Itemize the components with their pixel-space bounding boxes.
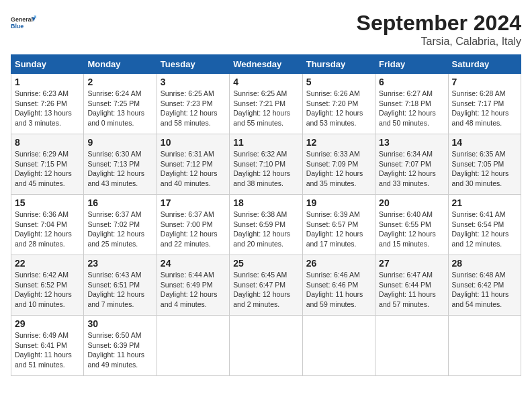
title-block: September 2024 Tarsia, Calabria, Italy bbox=[357, 11, 521, 48]
calendar-cell bbox=[157, 316, 229, 376]
logo: General Blue bbox=[11, 11, 36, 36]
day-info: Sunrise: 6:37 AMSunset: 7:00 PMDaylight:… bbox=[161, 210, 226, 249]
day-number: 17 bbox=[161, 197, 226, 208]
day-info: Sunrise: 6:27 AMSunset: 7:18 PMDaylight:… bbox=[379, 89, 444, 128]
day-number: 21 bbox=[452, 197, 517, 208]
day-info: Sunrise: 6:36 AMSunset: 7:04 PMDaylight:… bbox=[15, 210, 80, 249]
day-number: 14 bbox=[452, 137, 517, 148]
day-number: 3 bbox=[161, 77, 226, 87]
calendar-cell: 1 Sunrise: 6:23 AMSunset: 7:26 PMDayligh… bbox=[11, 74, 84, 134]
calendar-cell: 26 Sunrise: 6:46 AMSunset: 6:46 PMDaylig… bbox=[302, 255, 375, 316]
day-info: Sunrise: 6:48 AMSunset: 6:42 PMDaylight:… bbox=[452, 270, 517, 310]
calendar-cell: 11 Sunrise: 6:32 AMSunset: 7:10 PMDaylig… bbox=[230, 134, 302, 195]
calendar-cell: 7 Sunrise: 6:28 AMSunset: 7:17 PMDayligh… bbox=[448, 74, 521, 134]
day-number: 25 bbox=[233, 258, 298, 269]
calendar-cell: 17 Sunrise: 6:37 AMSunset: 7:00 PMDaylig… bbox=[157, 195, 229, 255]
day-number: 23 bbox=[87, 258, 152, 269]
calendar-cell: 23 Sunrise: 6:43 AMSunset: 6:51 PMDaylig… bbox=[84, 255, 157, 316]
calendar-week-row: 29 Sunrise: 6:49 AMSunset: 6:41 PMDaylig… bbox=[11, 316, 521, 376]
day-info: Sunrise: 6:40 AMSunset: 6:55 PMDaylight:… bbox=[379, 210, 444, 249]
calendar-cell bbox=[230, 316, 302, 376]
day-info: Sunrise: 6:34 AMSunset: 7:07 PMDaylight:… bbox=[379, 149, 444, 189]
day-number: 10 bbox=[161, 137, 226, 148]
day-info: Sunrise: 6:44 AMSunset: 6:49 PMDaylight:… bbox=[161, 270, 226, 310]
svg-text:General: General bbox=[11, 16, 33, 23]
calendar-cell: 29 Sunrise: 6:49 AMSunset: 6:41 PMDaylig… bbox=[11, 316, 84, 376]
day-number: 18 bbox=[233, 197, 298, 208]
calendar-cell: 2 Sunrise: 6:24 AMSunset: 7:25 PMDayligh… bbox=[84, 74, 157, 134]
day-number: 16 bbox=[87, 197, 152, 208]
day-info: Sunrise: 6:32 AMSunset: 7:10 PMDaylight:… bbox=[233, 149, 298, 189]
day-info: Sunrise: 6:49 AMSunset: 6:41 PMDaylight:… bbox=[15, 330, 80, 370]
day-number: 11 bbox=[233, 137, 298, 148]
calendar-cell: 15 Sunrise: 6:36 AMSunset: 7:04 PMDaylig… bbox=[11, 195, 84, 255]
day-info: Sunrise: 6:35 AMSunset: 7:05 PMDaylight:… bbox=[452, 149, 517, 189]
day-info: Sunrise: 6:50 AMSunset: 6:39 PMDaylight:… bbox=[87, 330, 152, 370]
calendar-cell: 24 Sunrise: 6:44 AMSunset: 6:49 PMDaylig… bbox=[157, 255, 229, 316]
day-info: Sunrise: 6:38 AMSunset: 6:59 PMDaylight:… bbox=[233, 210, 298, 249]
calendar-cell: 18 Sunrise: 6:38 AMSunset: 6:59 PMDaylig… bbox=[230, 195, 302, 255]
calendar-week-row: 8 Sunrise: 6:29 AMSunset: 7:15 PMDayligh… bbox=[11, 134, 521, 195]
day-info: Sunrise: 6:25 AMSunset: 7:21 PMDaylight:… bbox=[233, 89, 298, 128]
day-number: 20 bbox=[379, 197, 444, 208]
calendar-week-row: 1 Sunrise: 6:23 AMSunset: 7:26 PMDayligh… bbox=[11, 74, 521, 134]
calendar-day-header: Thursday bbox=[302, 55, 375, 74]
month-title: September 2024 bbox=[357, 11, 521, 36]
day-info: Sunrise: 6:46 AMSunset: 6:46 PMDaylight:… bbox=[306, 270, 371, 310]
calendar-cell: 5 Sunrise: 6:26 AMSunset: 7:20 PMDayligh… bbox=[302, 74, 375, 134]
day-number: 22 bbox=[15, 258, 80, 269]
day-info: Sunrise: 6:29 AMSunset: 7:15 PMDaylight:… bbox=[15, 149, 80, 189]
day-info: Sunrise: 6:41 AMSunset: 6:54 PMDaylight:… bbox=[452, 210, 517, 249]
day-number: 6 bbox=[379, 77, 444, 87]
day-number: 19 bbox=[306, 197, 371, 208]
calendar-cell: 6 Sunrise: 6:27 AMSunset: 7:18 PMDayligh… bbox=[375, 74, 448, 134]
day-number: 4 bbox=[233, 77, 298, 87]
day-number: 5 bbox=[306, 77, 371, 87]
day-info: Sunrise: 6:30 AMSunset: 7:13 PMDaylight:… bbox=[87, 149, 152, 189]
day-info: Sunrise: 6:42 AMSunset: 6:52 PMDaylight:… bbox=[15, 270, 80, 310]
day-number: 7 bbox=[452, 77, 517, 87]
calendar-week-row: 15 Sunrise: 6:36 AMSunset: 7:04 PMDaylig… bbox=[11, 195, 521, 255]
day-info: Sunrise: 6:25 AMSunset: 7:23 PMDaylight:… bbox=[161, 89, 226, 128]
calendar-cell: 21 Sunrise: 6:41 AMSunset: 6:54 PMDaylig… bbox=[448, 195, 521, 255]
day-number: 1 bbox=[15, 77, 80, 87]
calendar-day-header: Saturday bbox=[448, 55, 521, 74]
calendar-cell: 14 Sunrise: 6:35 AMSunset: 7:05 PMDaylig… bbox=[448, 134, 521, 195]
day-info: Sunrise: 6:28 AMSunset: 7:17 PMDaylight:… bbox=[452, 89, 517, 128]
calendar-week-row: 22 Sunrise: 6:42 AMSunset: 6:52 PMDaylig… bbox=[11, 255, 521, 316]
day-number: 9 bbox=[87, 137, 152, 148]
calendar-day-header: Tuesday bbox=[157, 55, 229, 74]
day-number: 13 bbox=[379, 137, 444, 148]
calendar-header-row: SundayMondayTuesdayWednesdayThursdayFrid… bbox=[11, 55, 521, 74]
day-info: Sunrise: 6:31 AMSunset: 7:12 PMDaylight:… bbox=[161, 149, 226, 189]
location-title: Tarsia, Calabria, Italy bbox=[357, 36, 521, 48]
calendar-cell: 27 Sunrise: 6:47 AMSunset: 6:44 PMDaylig… bbox=[375, 255, 448, 316]
calendar-cell: 4 Sunrise: 6:25 AMSunset: 7:21 PMDayligh… bbox=[230, 74, 302, 134]
day-number: 29 bbox=[15, 318, 80, 329]
calendar-day-header: Monday bbox=[84, 55, 157, 74]
calendar-cell: 3 Sunrise: 6:25 AMSunset: 7:23 PMDayligh… bbox=[157, 74, 229, 134]
calendar-cell: 13 Sunrise: 6:34 AMSunset: 7:07 PMDaylig… bbox=[375, 134, 448, 195]
calendar-day-header: Wednesday bbox=[230, 55, 302, 74]
day-info: Sunrise: 6:45 AMSunset: 6:47 PMDaylight:… bbox=[233, 270, 298, 310]
calendar-cell bbox=[448, 316, 521, 376]
day-info: Sunrise: 6:23 AMSunset: 7:26 PMDaylight:… bbox=[15, 89, 80, 128]
day-number: 28 bbox=[452, 258, 517, 269]
calendar-cell: 30 Sunrise: 6:50 AMSunset: 6:39 PMDaylig… bbox=[84, 316, 157, 376]
calendar-cell: 16 Sunrise: 6:37 AMSunset: 7:02 PMDaylig… bbox=[84, 195, 157, 255]
calendar-cell: 20 Sunrise: 6:40 AMSunset: 6:55 PMDaylig… bbox=[375, 195, 448, 255]
calendar-cell: 12 Sunrise: 6:33 AMSunset: 7:09 PMDaylig… bbox=[302, 134, 375, 195]
day-number: 12 bbox=[306, 137, 371, 148]
day-info: Sunrise: 6:47 AMSunset: 6:44 PMDaylight:… bbox=[379, 270, 444, 310]
logo-svg: General Blue bbox=[11, 11, 36, 36]
day-number: 8 bbox=[15, 137, 80, 148]
calendar-cell: 19 Sunrise: 6:39 AMSunset: 6:57 PMDaylig… bbox=[302, 195, 375, 255]
calendar-cell: 8 Sunrise: 6:29 AMSunset: 7:15 PMDayligh… bbox=[11, 134, 84, 195]
calendar-day-header: Friday bbox=[375, 55, 448, 74]
calendar-cell bbox=[302, 316, 375, 376]
day-number: 26 bbox=[306, 258, 371, 269]
day-info: Sunrise: 6:33 AMSunset: 7:09 PMDaylight:… bbox=[306, 149, 371, 189]
calendar-cell: 22 Sunrise: 6:42 AMSunset: 6:52 PMDaylig… bbox=[11, 255, 84, 316]
day-number: 30 bbox=[87, 318, 152, 329]
day-number: 27 bbox=[379, 258, 444, 269]
